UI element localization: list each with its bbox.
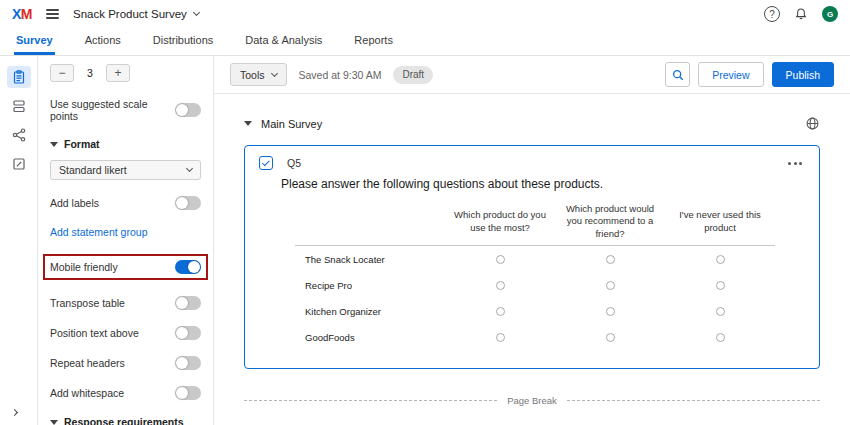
look-and-feel-icon[interactable] [7,153,31,175]
matrix-column-header: I've never used this product [665,201,775,246]
question-checkbox[interactable] [259,156,273,170]
toolbar-actions: Preview Publish [665,62,834,87]
radio-option[interactable] [606,281,615,290]
block-title: Main Survey [261,118,322,130]
transpose-table-label: Transpose table [50,297,125,309]
saved-status: Saved at 9:30 AM [299,69,382,81]
xm-logo: XM [12,6,32,22]
scale-points-stepper: − 3 + [50,64,201,82]
question-card-q5[interactable]: Q5 Please answer the following questions… [244,145,820,369]
radio-option[interactable] [496,333,505,342]
decrement-button[interactable]: − [50,64,74,82]
survey-builder-icon[interactable] [7,66,31,88]
format-dropdown-value: Standard likert [59,164,127,176]
suggested-scale-points-toggle[interactable] [175,103,201,117]
matrix-header-row: Which product do you use the most? Which… [295,201,775,246]
tab-actions[interactable]: Actions [83,28,123,55]
radio-option[interactable] [716,281,725,290]
add-labels-label: Add labels [50,197,99,209]
radio-option[interactable] [606,333,615,342]
tab-reports[interactable]: Reports [352,28,395,55]
format-dropdown[interactable]: Standard likert [50,160,201,180]
position-text-above-label: Position text above [50,327,139,339]
topbar-actions: ? G [764,6,838,22]
position-text-above-row: Position text above [50,326,201,340]
editor-toolbar: Tools Saved at 9:30 AM Draft Preview Pub… [214,56,850,94]
question-id: Q5 [287,157,301,169]
matrix-row-label: The Snack Locater [295,246,445,273]
left-icon-rail [0,56,38,425]
matrix-corner [295,201,445,246]
mobile-friendly-label: Mobile friendly [50,261,118,273]
publish-button[interactable]: Publish [772,62,834,87]
tab-survey[interactable]: Survey [14,28,55,55]
format-section-header[interactable]: Format [50,138,201,150]
survey-flow-icon[interactable] [7,124,31,146]
radio-option[interactable] [496,307,505,316]
repeat-headers-row: Repeat headers [50,356,201,370]
hamburger-menu-icon[interactable] [44,7,61,21]
matrix-column-header: Which product do you use the most? [445,201,555,246]
blocks-icon[interactable] [7,95,31,117]
tab-distributions[interactable]: Distributions [151,28,216,55]
expand-panel-chevron[interactable] [12,401,17,419]
content-area: − 3 + Use suggested scale points Format … [0,56,850,425]
matrix-row: Recipe Pro [295,272,775,298]
notifications-bell-icon[interactable] [794,7,808,21]
chevron-down-icon [270,69,277,76]
survey-name-dropdown[interactable]: Snack Product Survey [73,8,199,20]
repeat-headers-label: Repeat headers [50,357,125,369]
block-header: Main Survey [244,116,820,131]
collapse-triangle-icon [50,420,58,425]
survey-editor: Tools Saved at 9:30 AM Draft Preview Pub… [214,56,850,425]
page-break[interactable]: Page Break [244,395,820,406]
mobile-friendly-row: Mobile friendly [50,260,201,274]
top-bar: XM Snack Product Survey ? G [0,0,850,28]
matrix-column-header: Which product would you recommend to a f… [555,201,665,246]
more-options-icon[interactable] [785,159,805,168]
matrix-table: Which product do you use the most? Which… [295,201,775,350]
collapse-triangle-icon [50,142,58,147]
q5-header: Q5 [259,156,805,170]
add-labels-toggle[interactable] [175,196,201,210]
radio-option[interactable] [496,281,505,290]
repeat-headers-toggle[interactable] [175,356,201,370]
mobile-friendly-toggle[interactable] [175,260,201,274]
question-text[interactable]: Please answer the following questions ab… [281,177,805,191]
search-button[interactable] [665,62,690,87]
translations-globe-icon[interactable] [805,116,820,131]
help-icon[interactable]: ? [764,6,780,22]
collapse-triangle-icon[interactable] [244,121,252,126]
check-icon [261,158,269,166]
matrix-row: GoodFoods [295,324,775,350]
tools-button[interactable]: Tools [230,63,287,86]
user-avatar[interactable]: G [822,6,838,22]
radio-option[interactable] [716,333,725,342]
survey-name: Snack Product Survey [73,8,187,20]
add-labels-row: Add labels [50,196,201,210]
page-break-label: Page Break [507,395,557,406]
tab-data-analysis[interactable]: Data & Analysis [243,28,324,55]
matrix-row: Kitchen Organizer [295,298,775,324]
transpose-table-row: Transpose table [50,296,201,310]
matrix-row: The Snack Locater [295,246,775,273]
position-text-above-toggle[interactable] [175,326,201,340]
preview-button[interactable]: Preview [698,62,763,87]
add-statement-group-link[interactable]: Add statement group [50,226,201,238]
add-whitespace-toggle[interactable] [175,386,201,400]
response-requirements-header[interactable]: Response requirements [50,416,201,425]
radio-option[interactable] [716,307,725,316]
radio-option[interactable] [606,255,615,264]
increment-button[interactable]: + [106,64,130,82]
page-break-line [244,400,497,401]
matrix-row-label: GoodFoods [295,324,445,350]
radio-option[interactable] [606,307,615,316]
matrix-row-label: Kitchen Organizer [295,298,445,324]
radio-option[interactable] [716,255,725,264]
page-break-line [567,400,820,401]
suggested-scale-points-label: Use suggested scale points [50,98,175,122]
draft-badge: Draft [393,66,433,84]
survey-canvas: Main Survey Q5 Please answer the followi… [214,94,850,425]
radio-option[interactable] [496,255,505,264]
transpose-table-toggle[interactable] [175,296,201,310]
